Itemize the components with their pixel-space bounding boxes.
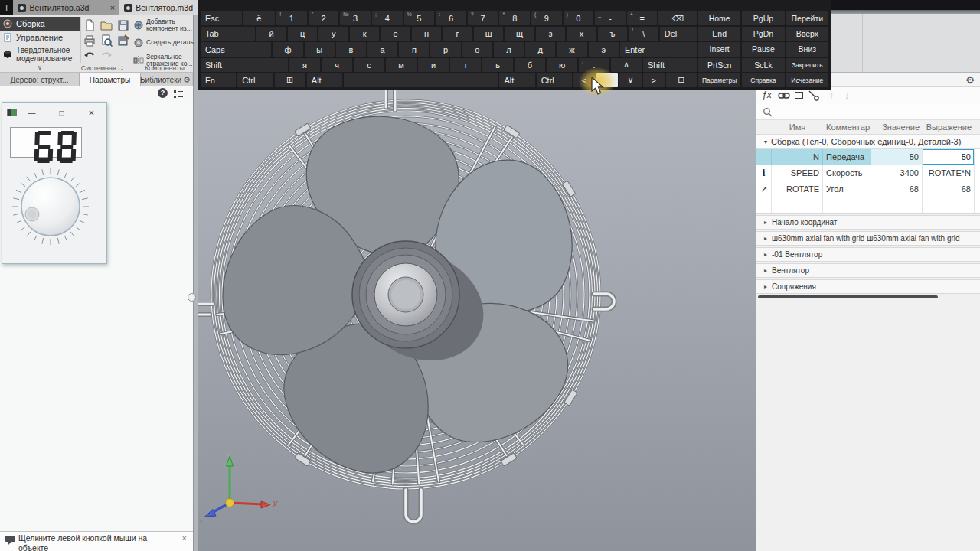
key-Параметры[interactable]: Параметры — [698, 73, 740, 87]
key-б[interactable]: б — [514, 58, 545, 72]
key-Shift[interactable]: Shift — [201, 58, 288, 72]
key-п[interactable]: п — [399, 42, 429, 56]
key-6[interactable]: :6 — [436, 11, 466, 25]
key-м[interactable]: м — [386, 58, 416, 72]
horizontal-scrollbar[interactable] — [758, 295, 938, 298]
key-о[interactable]: о — [462, 42, 492, 56]
move-down-icon[interactable]: ↓ — [844, 90, 850, 101]
key-PrtScn[interactable]: PrtScn — [698, 58, 740, 72]
variable-value[interactable] — [871, 197, 923, 213]
key-Insert[interactable]: Insert — [698, 42, 740, 56]
key-ScLk[interactable]: ScLk — [742, 58, 784, 72]
key-ъ[interactable]: ъ — [598, 27, 627, 41]
key--[interactable]: _- — [595, 11, 626, 25]
expression-edit-box[interactable]: 50 — [923, 149, 974, 165]
variable-row[interactable] — [756, 197, 980, 214]
key-с[interactable]: с — [354, 58, 384, 72]
variables-search[interactable] — [756, 104, 980, 120]
key-и[interactable]: и — [418, 58, 449, 72]
key-ю[interactable]: ю — [547, 58, 577, 72]
key-1[interactable]: !1 — [276, 11, 307, 25]
key-Alt[interactable]: Alt — [307, 73, 342, 87]
key-Pause[interactable]: Pause — [742, 42, 784, 56]
key-8[interactable]: *8 — [499, 11, 530, 25]
key-н[interactable]: н — [412, 27, 441, 41]
create-part-button[interactable]: Создать деталь — [133, 34, 196, 51]
key-у[interactable]: у — [318, 27, 348, 41]
key-Перейти[interactable]: Перейти — [786, 11, 828, 25]
key-Esc[interactable]: Esc — [201, 11, 242, 25]
key-а[interactable]: а — [368, 42, 397, 56]
tri-right-icon[interactable]: ▸ — [764, 267, 767, 274]
row-icon-cell[interactable] — [756, 197, 772, 213]
key-х[interactable]: х — [567, 27, 596, 41]
key-Ctrl[interactable]: Ctrl — [537, 73, 572, 87]
variable-expression[interactable]: 50 — [923, 149, 975, 165]
fx-icon[interactable]: ƒx — [762, 90, 772, 100]
key-Закрепить[interactable]: Закрепить — [786, 58, 828, 72]
key-г[interactable]: г — [443, 27, 472, 41]
key-Tab[interactable]: Tab — [201, 27, 255, 41]
key-Del[interactable]: Del — [660, 27, 697, 41]
variable-value[interactable]: 68 — [871, 181, 923, 197]
key-Fn[interactable]: Fn — [201, 73, 236, 87]
new-tab-button[interactable]: + — [0, 0, 13, 15]
key-ы[interactable]: ы — [305, 42, 335, 56]
key-PgDn[interactable]: PgDn — [742, 27, 784, 41]
key-Ctrl[interactable]: Ctrl — [237, 73, 273, 87]
key-5[interactable]: %5 — [404, 11, 435, 25]
key-ё[interactable]: ё — [243, 11, 276, 25]
key-Caps[interactable]: Caps — [201, 42, 271, 56]
link-icon[interactable]: ↗ — [756, 181, 772, 197]
add-component-button[interactable]: Добавить компонент из... — [133, 17, 196, 33]
key-Home[interactable]: Home — [698, 11, 740, 25]
key-л[interactable]: л — [494, 42, 524, 56]
tri-right-icon[interactable]: ▸ — [764, 235, 767, 242]
tab-assembly-document[interactable]: Вентилятор.a3d × — [13, 0, 119, 15]
column-expression[interactable]: Выражение — [923, 122, 975, 132]
tab-libraries[interactable]: Библиотеки — [141, 73, 181, 86]
panel-collapse-handle[interactable] — [188, 293, 196, 302]
key-ч[interactable]: ч — [322, 58, 352, 72]
key-4[interactable]: ;4 — [372, 11, 403, 25]
new-document-icon[interactable] — [83, 18, 96, 32]
mode-solid-modeling[interactable]: Твердотельное моделирование — [0, 44, 80, 64]
ribbon-collapse-chevron[interactable]: ∨ — [0, 64, 80, 71]
gear-icon[interactable]: ⚙ — [965, 74, 975, 86]
key-Enter[interactable]: Enter — [620, 42, 697, 56]
key-в[interactable]: в — [336, 42, 366, 56]
column-name[interactable]: Имя — [772, 122, 823, 132]
key-space[interactable] — [344, 73, 498, 87]
key-ц[interactable]: ц — [288, 27, 317, 41]
key-ж[interactable]: ж — [557, 42, 586, 56]
variable-expression[interactable]: ROTATE*N — [923, 165, 975, 181]
key-Shift[interactable]: Shift — [643, 58, 697, 72]
key-0[interactable]: )0 — [564, 11, 594, 25]
grip-icon[interactable]: ∷ — [118, 64, 122, 72]
pointer-select-icon[interactable] — [808, 90, 821, 101]
tri-right-icon[interactable]: ▸ — [764, 283, 767, 290]
variable-row[interactable]: NПередача5050 — [756, 149, 980, 165]
variable-name[interactable] — [772, 197, 823, 213]
key-arrow-up[interactable]: ∧ — [611, 58, 642, 72]
mode-assembly[interactable]: Сборка — [0, 17, 80, 31]
key-2[interactable]: "2 — [309, 11, 339, 25]
variable-value[interactable]: 3400 — [871, 165, 923, 181]
rotation-dial-window[interactable]: — □ ✕ — [2, 102, 107, 264]
variable-comment[interactable]: Угол — [823, 181, 871, 197]
column-comment[interactable]: Комментар... — [823, 122, 871, 132]
key-ь[interactable]: ь — [482, 58, 513, 72]
redo-icon[interactable] — [100, 49, 113, 63]
variable-value[interactable]: 50 — [871, 149, 923, 165]
help-icon[interactable]: ? — [158, 88, 168, 98]
row-icon-cell[interactable] — [756, 149, 772, 165]
variable-name[interactable]: SPEED — [772, 165, 823, 181]
key-р[interactable]: р — [430, 42, 460, 56]
key-dock-keyboard[interactable]: ⊡ — [666, 73, 697, 87]
key-Alt[interactable]: Alt — [499, 73, 534, 87]
open-folder-icon[interactable] — [100, 18, 113, 32]
close-message-icon[interactable]: × — [182, 533, 187, 543]
tri-right-icon[interactable]: ▸ — [764, 251, 767, 258]
key-7[interactable]: ?7 — [468, 11, 498, 25]
variable-name[interactable]: N — [772, 149, 823, 165]
